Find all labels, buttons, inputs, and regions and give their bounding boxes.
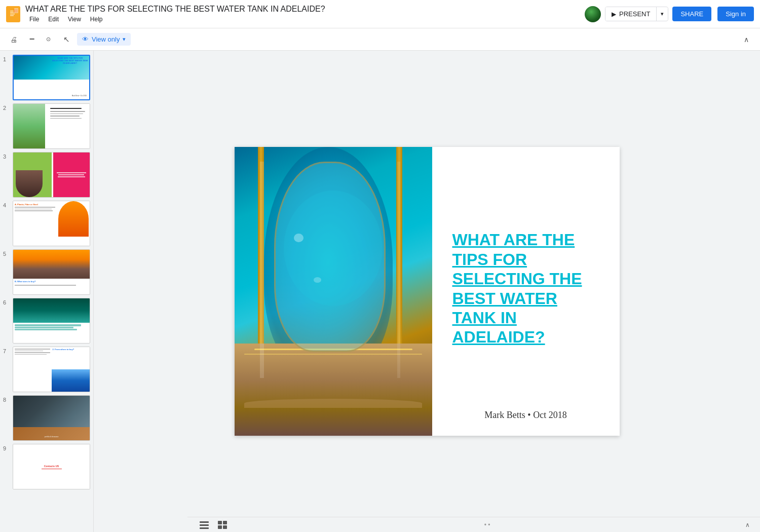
zoom-reset-button[interactable]: ⊙ (41, 32, 56, 47)
slide-thumb-box-5[interactable]: B. What sizes to buy? (13, 249, 90, 295)
slide-thumb-box-6[interactable] (13, 298, 90, 344)
grid-view-button[interactable] (216, 519, 229, 530)
slide-num-5: 5 (3, 249, 10, 257)
eye-icon: 👁 (82, 35, 89, 43)
slide-thumb-4[interactable]: 4 A. Plastic, Fiber or Steel (3, 201, 90, 246)
slide-num-3: 3 (3, 152, 10, 160)
slide-thumb-box-8[interactable]: portfolio & showcase (13, 395, 90, 441)
app-icon (6, 6, 20, 22)
svg-rect-11 (218, 525, 222, 529)
avatar (585, 6, 601, 22)
zoom-group: − ⊙ (24, 32, 56, 47)
svg-rect-7 (200, 524, 209, 526)
slide-thumb-box-4[interactable]: A. Plastic, Fiber or Steel (13, 201, 90, 246)
share-button[interactable]: SHARE (672, 7, 711, 21)
floor-curve (244, 399, 422, 408)
sign-in-button[interactable]: Sign in (717, 7, 754, 21)
slide-area: WHAT ARE THE TIPS FOR SELECTING THE BEST… (94, 51, 760, 532)
toolbar: 🖨 − ⊙ ↖ 👁 View only ▾ ∧ (0, 28, 760, 51)
view-only-arrow: ▾ (123, 36, 126, 43)
zoom-minus-button[interactable]: − (24, 32, 40, 47)
slide-thumb-box-7[interactable]: 2. From where to buy? (13, 347, 90, 392)
floor-area (235, 344, 432, 436)
svg-rect-3 (10, 14, 15, 15)
menu-file[interactable]: File (25, 15, 43, 24)
slide-num-9: 9 (3, 444, 10, 451)
slide-thumb-1[interactable]: 1 WHAT ARE THE TIPS FOR SELECTING THE BE… (3, 55, 90, 100)
slide-num-1: 1 (3, 55, 10, 62)
slide-thumb-box-9[interactable]: Contacts US (13, 444, 90, 489)
present-main[interactable]: ▶ PRESENT (605, 7, 657, 21)
menu-help[interactable]: Help (86, 15, 107, 24)
slide-num-4: 4 (3, 201, 10, 208)
list-view-button[interactable] (198, 519, 211, 530)
present-button[interactable]: ▶ PRESENT ▾ (605, 7, 668, 21)
slide-dots: • • (484, 521, 490, 528)
svg-rect-5 (14, 9, 18, 13)
svg-rect-8 (200, 527, 209, 529)
slide9-label: Contacts US (13, 444, 90, 468)
svg-rect-6 (200, 521, 209, 523)
slide-panel[interactable]: 1 WHAT ARE THE TIPS FOR SELECTING THE BE… (0, 51, 94, 532)
nav-icons (198, 519, 229, 530)
slide-thumb-9[interactable]: 9 Contacts US (3, 444, 90, 489)
topbar-right: ▶ PRESENT ▾ SHARE Sign in (585, 6, 754, 22)
view-only-button[interactable]: 👁 View only ▾ (77, 33, 131, 46)
svg-rect-2 (10, 12, 15, 13)
slide-container: WHAT ARE THE TIPS FOR SELECTING THE BEST… (235, 147, 620, 436)
document-title[interactable]: WHAT ARE THE TIPS FOR SELECTING THE BEST… (25, 5, 580, 14)
svg-rect-1 (10, 11, 14, 12)
slide-thumb-2[interactable]: 2 (3, 103, 90, 149)
slide-num-6: 6 (3, 298, 10, 306)
slide-thumb-box-1[interactable]: WHAT ARE THE TIPS FOR SELECTING THE BEST… (13, 55, 90, 100)
cursor-tool-button[interactable]: ↖ (59, 32, 74, 47)
present-dropdown-arrow[interactable]: ▾ (657, 8, 668, 20)
menu-view[interactable]: View (64, 15, 85, 24)
aquarium-image (235, 147, 432, 436)
topbar: WHAT ARE THE TIPS FOR SELECTING THE BEST… (0, 0, 760, 28)
slide-thumb-3[interactable]: 3 (3, 152, 90, 198)
svg-rect-9 (218, 521, 222, 524)
bottom-nav: • • ∧ (187, 517, 760, 532)
svg-rect-4 (10, 15, 14, 16)
slide-thumb-box-3[interactable] (13, 152, 90, 198)
slide-right: WHAT ARE THE TIPS FOR SELECTING THE BEST… (432, 147, 620, 436)
svg-rect-12 (223, 525, 227, 529)
title-area: WHAT ARE THE TIPS FOR SELECTING THE BEST… (25, 5, 580, 24)
slide-image (235, 147, 432, 436)
slide-thumb-6[interactable]: 6 (3, 298, 90, 344)
slide-thumb-box-2[interactable] (13, 103, 90, 149)
slide-title: WHAT ARE THE TIPS FOR SELECTING THE BEST… (452, 230, 599, 347)
slide-subtitle: Mark Betts • Oct 2018 (452, 410, 599, 421)
menu-bar: File Edit View Help (25, 15, 580, 24)
slide-thumb-7[interactable]: 7 2. From where to buy? (3, 347, 90, 392)
slide-thumb-5[interactable]: 5 B. What sizes to buy? (3, 249, 90, 295)
svg-rect-10 (223, 521, 227, 524)
collapse-button[interactable]: ∧ (739, 32, 754, 47)
slide-num-8: 8 (3, 395, 10, 403)
menu-edit[interactable]: Edit (44, 15, 63, 24)
slide-thumb-8[interactable]: 8 portfolio & showcase (3, 395, 90, 441)
slide-num-7: 7 (3, 347, 10, 354)
slide-num-2: 2 (3, 103, 10, 111)
expand-button[interactable]: ∧ (745, 521, 750, 528)
present-label: PRESENT (619, 10, 650, 18)
view-only-label: View only (92, 35, 120, 43)
print-button[interactable]: 🖨 (6, 32, 21, 47)
main-area: 1 WHAT ARE THE TIPS FOR SELECTING THE BE… (0, 51, 760, 532)
play-icon: ▶ (612, 11, 616, 18)
